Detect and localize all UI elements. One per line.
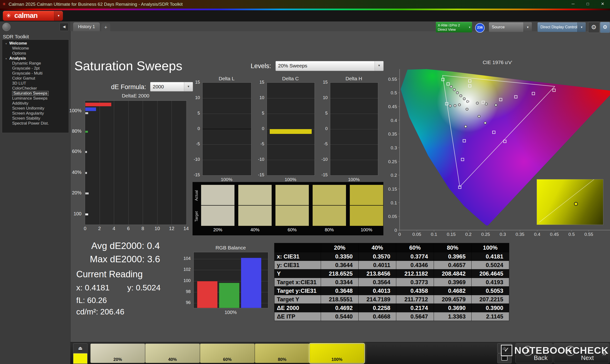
add-tab-button[interactable]: + — [101, 23, 110, 31]
axis-tick-label: 96 — [176, 300, 191, 305]
sidebar-item-saturation-sweeps[interactable]: Saturation Sweeps — [2, 91, 69, 96]
patch-button-60[interactable]: 60% — [200, 343, 255, 363]
patch-label: 20% — [91, 357, 145, 362]
patch-button-100[interactable]: 100% — [310, 343, 364, 363]
display-control-dropdown[interactable]: Direct Display Control ▼ — [538, 22, 586, 32]
cie-zoom-inset — [537, 179, 603, 225]
sidebar-item-luminance-sweeps[interactable]: Luminance Sweeps — [2, 96, 69, 101]
table-cell: 0.4193 — [471, 278, 509, 286]
svg-text:0.4: 0.4 — [534, 232, 540, 236]
svg-text:0: 0 — [394, 228, 397, 233]
swatch-label: 100% — [350, 227, 383, 233]
sidebar-item-welcome[interactable]: ▾Welcome — [2, 41, 69, 46]
delta-e-bar — [85, 103, 111, 106]
table-cell: 214.7189 — [359, 295, 396, 304]
delta-chart-title: Delta L — [202, 76, 251, 81]
svg-text:0.5: 0.5 — [569, 232, 575, 236]
results-table: 20%40%60%80%100%x: CIE310.33500.35700.37… — [274, 243, 509, 321]
sidebar-item-label: Spectral Power Dist. — [12, 121, 49, 126]
table-row: Y218.6525213.8456212.1182208.4842206.464… — [274, 269, 509, 278]
secondary-gear-button[interactable]: ⚙ — [600, 22, 610, 33]
watermark-text: NOTEBOOKCHECK — [514, 345, 609, 356]
deltae-plot — [85, 101, 187, 225]
gridline — [203, 144, 251, 145]
window-layout-icon — [501, 356, 507, 361]
patch-button-80[interactable]: 80% — [255, 343, 310, 363]
sidebar-item-grayscale-2pt[interactable]: Grayscale - 2pt — [2, 66, 69, 71]
swatch-actual — [275, 185, 309, 205]
axis-tick-label: 5 — [317, 111, 328, 116]
close-button[interactable]: ✕ — [595, 0, 610, 9]
axis-tick-label: 100% — [69, 108, 81, 113]
sidebar-menu-button[interactable] — [2, 23, 11, 31]
swatch-target — [238, 206, 272, 226]
delta-chart-plot — [202, 82, 251, 176]
table-cell: 0.3570 — [359, 252, 396, 261]
patch-button-40[interactable]: 40% — [145, 343, 200, 363]
patch-label: 100% — [310, 357, 364, 362]
sidebar-item-dynamic-range[interactable]: Dynamic Range — [2, 61, 69, 66]
calman-menu-button[interactable]: ✳ calman ▼ — [3, 11, 63, 21]
sidebar-item-welcome[interactable]: Welcome — [2, 46, 69, 51]
patch-button-20[interactable]: 20% — [90, 343, 145, 363]
axis-tick-label: 15 — [189, 80, 200, 85]
table-cell: 0.3648 — [321, 286, 359, 295]
sidebar-item-label: Screen Angularity — [12, 111, 44, 116]
table-cell: 0.5053 — [471, 286, 509, 295]
svg-text:0.25: 0.25 — [388, 159, 397, 164]
minimize-button[interactable]: ─ — [566, 0, 581, 9]
sidebar-collapse-button[interactable]: ◀ — [60, 23, 69, 31]
gridline — [330, 160, 378, 160]
reading-cdm2-value: cd/m²: 206.46 — [76, 307, 124, 316]
current-color-swatch — [73, 353, 88, 364]
bottom-bar: ⏏ ⏏ ◀ Back ▶ Next » ✓ NOTEBOOKCHECK 20%4… — [70, 342, 610, 364]
reading-x-value: x: 0.4181 — [76, 283, 110, 292]
swatch-actual — [313, 185, 346, 205]
measurement-line — [203, 129, 251, 129]
gridline — [330, 98, 378, 98]
gridline — [171, 101, 172, 225]
delta-chart-plot — [267, 82, 315, 176]
axis-tick-label: 102 — [176, 267, 191, 272]
svg-text:0.3: 0.3 — [391, 145, 397, 150]
sidebar-item-analysis[interactable]: ▾Analysis — [2, 56, 69, 61]
svg-text:0.05: 0.05 — [388, 214, 397, 219]
patch-eject-button[interactable]: ⏏ — [73, 343, 88, 353]
calman-logo-icon: ✳ — [6, 13, 11, 19]
settings-gear-button[interactable]: ⚙ — [588, 22, 599, 33]
de-formula-dropdown[interactable]: 2000 ▼ — [150, 82, 193, 91]
sidebar-item-3d-lut[interactable]: 3D LUT — [2, 81, 69, 86]
levels-dropdown[interactable]: 20% Sweeps ▼ — [275, 61, 384, 71]
gridline — [203, 160, 251, 160]
source-dropdown[interactable]: Source ▼ — [489, 22, 532, 32]
sidebar-item-colorchecker[interactable]: ColorChecker — [2, 86, 69, 91]
axis-labels: 151050-5-10-15 — [190, 82, 201, 175]
axis-tick-label: 15 — [254, 80, 264, 85]
meter-mode: Direct View — [438, 27, 456, 31]
sidebar-item-label: Screen Stability — [12, 116, 40, 121]
sidebar-item-options[interactable]: Options — [2, 51, 69, 56]
axis-tick-label: 60% — [72, 149, 81, 154]
table-cell: 0.4358 — [396, 286, 434, 295]
meter-dropdown[interactable]: X-Rite i1Pro 2 Direct View ▼ — [436, 22, 472, 32]
maximize-button[interactable]: □ — [581, 0, 595, 9]
swatch-target — [350, 206, 383, 226]
table-row: x: CIE310.33500.35700.37740.39650.4181 — [274, 252, 509, 261]
table-cell: 0.3773 — [396, 278, 434, 286]
sidebar-item-label: Analysis — [9, 56, 26, 61]
axis-labels: 151050-5-10-15 — [318, 82, 329, 175]
gridline — [267, 114, 314, 114]
axis-tick-label: -15 — [189, 172, 200, 178]
axis-tick-label: -10 — [254, 157, 264, 162]
max-de-value: Max dE2000: 3.6 — [90, 254, 160, 264]
axis-tick-label: -15 — [254, 172, 264, 178]
current-reading-heading: Current Reading — [76, 269, 143, 279]
table-cell: 0.3644 — [321, 261, 359, 269]
workflow-title: SDR Toolkit — [3, 34, 29, 39]
sidebar-item-color-gamut[interactable]: Color Gamut — [2, 76, 69, 81]
results-table-grid: 20%40%60%80%100%x: CIE310.33500.35700.37… — [274, 243, 509, 321]
sidebar-item-grayscale-multi[interactable]: Grayscale - Multi — [2, 71, 69, 76]
axis-label: 100% — [267, 177, 314, 182]
delta-bar — [270, 129, 312, 134]
tab-history-1[interactable]: History 1 — [73, 22, 100, 31]
